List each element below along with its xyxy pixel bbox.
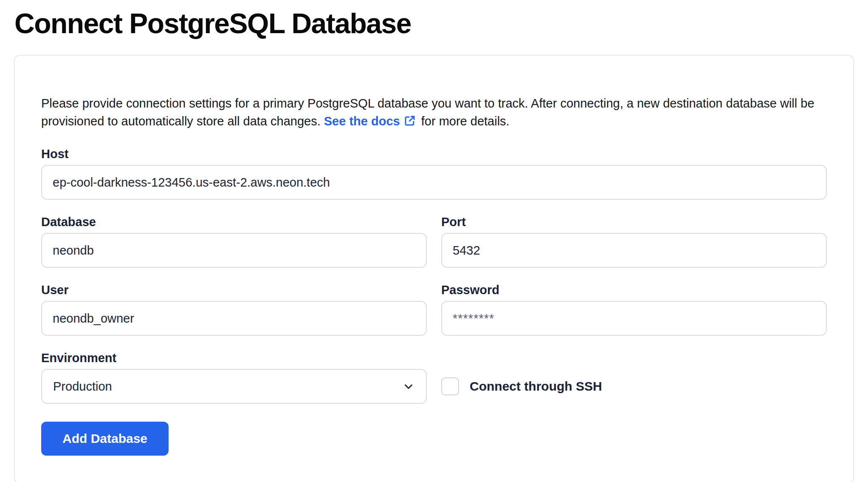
- see-the-docs-link[interactable]: See the docs: [324, 114, 418, 128]
- port-field-group: Port: [441, 215, 827, 268]
- connection-form-card: Please provide connection settings for a…: [14, 55, 854, 482]
- user-field-group: User: [41, 283, 427, 336]
- ssh-option-cell: Connect through SSH: [441, 336, 827, 404]
- host-input[interactable]: [41, 165, 827, 200]
- add-database-button[interactable]: Add Database: [41, 422, 169, 456]
- ssh-option-row: Connect through SSH: [441, 369, 827, 404]
- chevron-down-icon: [402, 380, 415, 393]
- environment-selected-value: Production: [53, 380, 112, 394]
- database-input[interactable]: [41, 233, 427, 268]
- see-the-docs-link-text: See the docs: [324, 114, 400, 128]
- port-input[interactable]: [441, 233, 827, 268]
- host-label: Host: [41, 147, 827, 161]
- page-title: Connect PostgreSQL Database: [14, 8, 868, 39]
- password-field-group: Password: [441, 283, 827, 336]
- database-field-group: Database: [41, 215, 427, 268]
- environment-label: Environment: [41, 351, 427, 365]
- ssh-checkbox[interactable]: [441, 377, 459, 395]
- host-field-group: Host: [41, 147, 827, 200]
- port-label: Port: [441, 215, 827, 229]
- password-input[interactable]: [441, 301, 827, 336]
- description-text: Please provide connection settings for a…: [41, 94, 827, 132]
- password-label: Password: [441, 283, 827, 297]
- environment-field-group: Environment Production: [41, 351, 427, 404]
- database-label: Database: [41, 215, 427, 229]
- user-input[interactable]: [41, 301, 427, 336]
- ssh-checkbox-label[interactable]: Connect through SSH: [470, 379, 602, 394]
- environment-select[interactable]: Production: [41, 369, 427, 404]
- user-label: User: [41, 283, 427, 297]
- external-link-icon: [403, 114, 416, 132]
- description-after-link: for more details.: [418, 114, 510, 128]
